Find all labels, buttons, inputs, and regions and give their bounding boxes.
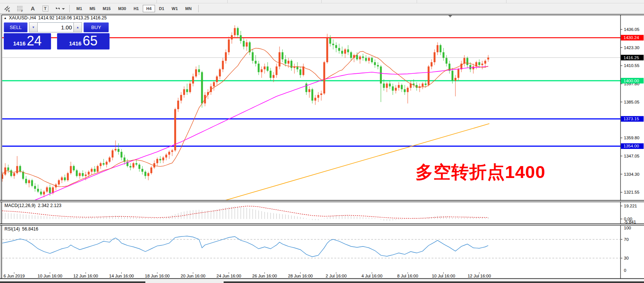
- moving-averages-layer: [2, 48, 488, 216]
- svg-text:28 Jun 16:00: 28 Jun 16:00: [288, 274, 313, 278]
- svg-text:1373.15: 1373.15: [624, 117, 639, 121]
- sell-big-figure: 1416: [13, 40, 25, 47]
- macd-indicator-label: MACD(12,26,9): [4, 203, 35, 208]
- buy-button[interactable]: BUY: [83, 22, 109, 32]
- collapse-triangle-icon[interactable]: ▲: [4, 16, 7, 20]
- rsi-pane: 10070300: [2, 226, 631, 273]
- bottom-scrollbar[interactable]: [0, 282, 145, 283]
- svg-text:10 Jun 16:00: 10 Jun 16:00: [38, 274, 63, 278]
- svg-text:1385.05: 1385.05: [624, 100, 640, 104]
- svg-text:6 Jun 2019: 6 Jun 2019: [4, 274, 25, 278]
- sell-price-box[interactable]: 1416 24: [4, 33, 51, 50]
- volume-increase-button[interactable]: ▲: [73, 22, 82, 32]
- svg-text:1334.30: 1334.30: [624, 172, 640, 177]
- svg-text:0: 0: [624, 268, 626, 273]
- svg-text:-5.841: -5.841: [624, 220, 636, 224]
- svg-text:18 Jun 16:00: 18 Jun 16:00: [145, 274, 170, 278]
- ohlc-readout: 1414.92 1418.06 1413.25 1416.25: [38, 15, 107, 20]
- buy-price-box[interactable]: 1416 65: [57, 33, 110, 50]
- price-axis: 1436.051423.301410.551397.801385.051359.…: [621, 27, 644, 194]
- svg-text:20 Jun 16:00: 20 Jun 16:00: [181, 274, 206, 278]
- svg-text:1416.25: 1416.25: [624, 55, 639, 60]
- svg-text:1400.00: 1400.00: [624, 79, 639, 83]
- symbol-label: XAUUSD-,H4: [9, 15, 36, 20]
- svg-text:4 Jul 16:00: 4 Jul 16:00: [362, 274, 382, 278]
- macd-pane: 19.2210.00-5.841: [2, 204, 637, 224]
- buy-pips: 65: [83, 33, 98, 49]
- svg-text:1354.00: 1354.00: [624, 144, 639, 148]
- window-frame: [0, 14, 644, 283]
- volume-decrease-button[interactable]: ▼: [29, 22, 38, 32]
- rsi-indicator-label: RSI(14): [4, 226, 20, 232]
- volume-input[interactable]: [38, 22, 73, 32]
- trading-terminal: { "toolbar": { "icons": [ {"name":"equid…: [0, 0, 644, 283]
- rsi-label-row: RSI(14) 56.8416: [4, 226, 38, 232]
- svg-text:1423.30: 1423.30: [624, 45, 640, 50]
- macd-values: 2.342 2.123: [38, 203, 61, 208]
- svg-text:8 Jul 16:00: 8 Jul 16:00: [397, 274, 418, 278]
- sell-button[interactable]: SELL: [4, 22, 28, 32]
- svg-text:12 Jun 16:00: 12 Jun 16:00: [73, 274, 98, 278]
- rsi-value: 56.8416: [22, 226, 38, 232]
- svg-text:30: 30: [624, 256, 629, 260]
- chart-annotation-text: 多空转折点1400: [416, 160, 546, 184]
- svg-text:1436.05: 1436.05: [624, 27, 640, 32]
- svg-text:1410.55: 1410.55: [624, 63, 640, 68]
- svg-text:19.221: 19.221: [624, 204, 637, 208]
- svg-text:24 Jun 16:00: 24 Jun 16:00: [217, 274, 242, 278]
- svg-text:12 Jul 16:00: 12 Jul 16:00: [468, 274, 491, 278]
- buy-big-figure: 1416: [69, 40, 81, 47]
- svg-text:100: 100: [624, 226, 631, 230]
- chart-shift-marker: [448, 15, 452, 18]
- svg-text:10 Jul 16:00: 10 Jul 16:00: [432, 274, 455, 278]
- svg-text:1359.80: 1359.80: [624, 136, 640, 140]
- svg-text:2 Jul 16:00: 2 Jul 16:00: [326, 274, 347, 278]
- svg-text:26 Jun 16:00: 26 Jun 16:00: [252, 274, 277, 278]
- chart-title: ▲ XAUUSD-,H4 1414.92 1418.06 1413.25 141…: [4, 15, 107, 20]
- trade-controls-row: SELL ▼ ▲ BUY: [4, 22, 110, 32]
- svg-text:1430.24: 1430.24: [624, 35, 639, 40]
- trade-prices-row: 1416 24 1416 65: [4, 33, 110, 50]
- svg-text:1321.55: 1321.55: [624, 190, 640, 194]
- svg-text:1347.05: 1347.05: [624, 154, 640, 158]
- svg-text:70: 70: [624, 237, 629, 242]
- time-axis: 6 Jun 201910 Jun 16:0012 Jun 16:0014 Jun…: [4, 272, 491, 278]
- one-click-trading-panel: SELL ▼ ▲ BUY 1416 24 1416 65: [4, 22, 110, 50]
- macd-label-row: MACD(12,26,9) 2.342 2.123: [4, 203, 61, 208]
- sell-pips: 24: [27, 33, 42, 49]
- svg-text:14 Jun 16:00: 14 Jun 16:00: [109, 274, 134, 278]
